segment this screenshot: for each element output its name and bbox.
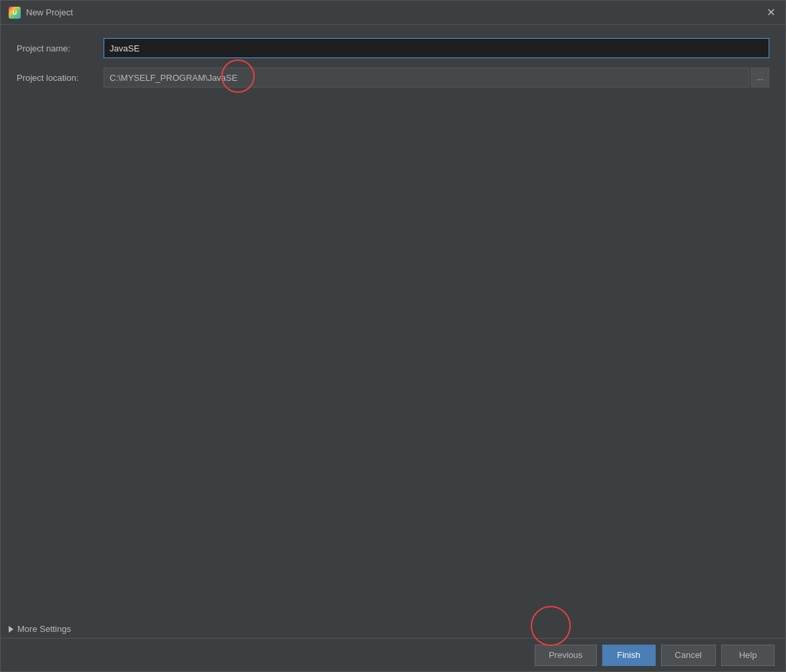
close-button[interactable]: ✕ bbox=[764, 6, 777, 19]
project-location-row: Project location: ... bbox=[17, 67, 769, 88]
browse-button[interactable]: ... bbox=[751, 67, 769, 88]
help-button[interactable]: Help bbox=[721, 645, 775, 666]
project-location-label: Project location: bbox=[17, 73, 104, 83]
project-name-row: Project name: bbox=[17, 38, 769, 58]
title-bar: U New Project ✕ bbox=[1, 1, 785, 25]
finish-button[interactable]: Finish bbox=[602, 645, 656, 666]
title-bar-left: U New Project bbox=[9, 7, 73, 19]
more-settings-section[interactable]: More Settings bbox=[9, 624, 71, 634]
previous-button[interactable]: Previous bbox=[535, 645, 597, 666]
project-name-label: Project name: bbox=[17, 43, 104, 53]
footer: Previous Finish Cancel Help bbox=[1, 638, 785, 671]
cancel-button[interactable]: Cancel bbox=[661, 645, 716, 666]
new-project-dialog: U New Project ✕ Project name: Project lo… bbox=[0, 0, 786, 672]
expand-triangle-icon bbox=[9, 626, 13, 633]
project-location-input[interactable] bbox=[104, 67, 749, 88]
dialog-title: New Project bbox=[26, 7, 73, 17]
project-name-input[interactable] bbox=[104, 38, 769, 58]
dialog-content: Project name: Project location: ... bbox=[1, 25, 785, 638]
more-settings-label: More Settings bbox=[17, 624, 71, 634]
app-icon: U bbox=[9, 7, 21, 19]
